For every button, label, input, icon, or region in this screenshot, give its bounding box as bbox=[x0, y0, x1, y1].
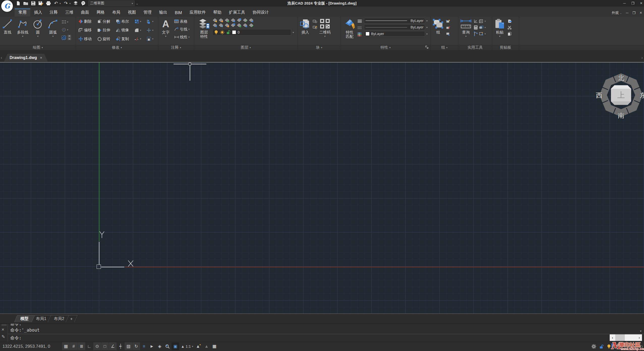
selection-effects-icon[interactable]: ► bbox=[148, 342, 156, 350]
tab-home[interactable]: 常用 bbox=[15, 9, 30, 16]
linetype-select[interactable]: ByLayer bbox=[364, 24, 425, 30]
id-point-icon[interactable] bbox=[473, 19, 478, 23]
paste-button[interactable]: 粘贴 ▾ bbox=[492, 17, 507, 39]
polyline-button[interactable]: 多段线 ▾ bbox=[15, 17, 30, 39]
layer-freeze-icon[interactable] bbox=[219, 23, 223, 27]
panel-label-draw[interactable]: 绘图▾ bbox=[0, 45, 76, 50]
tab-manage[interactable]: 管理 bbox=[140, 9, 155, 16]
tab-view[interactable]: 视图 bbox=[124, 9, 140, 16]
copy-clip-icon[interactable] bbox=[507, 32, 512, 36]
command-history[interactable]: 命令: 命令:'_about bbox=[8, 324, 644, 334]
tab-mesh[interactable]: 网格 bbox=[93, 9, 108, 16]
leader-button[interactable]: 引线▾ bbox=[173, 26, 191, 33]
auto-annotation-scale-icon[interactable]: ▲ bbox=[203, 342, 210, 350]
text-button[interactable]: A 文字 ▾ bbox=[158, 17, 173, 39]
copy-button[interactable]: 复制 bbox=[115, 35, 132, 42]
drawing-canvas[interactable]: 上 北 南 西 东 bbox=[0, 62, 644, 313]
calculator-icon[interactable] bbox=[473, 25, 478, 30]
layout-tab-model[interactable]: 模型 bbox=[14, 315, 35, 322]
object-snap-3d-icon[interactable]: ∠ bbox=[109, 342, 117, 350]
circle-button[interactable]: 圆 ▾ bbox=[30, 17, 45, 39]
insert-block-button[interactable]: 插入 bbox=[298, 17, 313, 35]
zoom-tool-icon[interactable] bbox=[164, 342, 171, 350]
tab-bim[interactable]: BIM bbox=[171, 9, 186, 16]
layer-isolate-icon[interactable] bbox=[237, 18, 242, 22]
snap-mode-icon[interactable]: ▦ bbox=[62, 342, 70, 350]
panel-label-group[interactable]: 组▾ bbox=[431, 45, 458, 50]
minimize-button[interactable]: ─ bbox=[623, 1, 626, 5]
offset-button[interactable]: 偏移 bbox=[77, 27, 95, 34]
explode-button[interactable]: 分解 bbox=[96, 18, 113, 25]
polar-tracking-icon[interactable]: ⊙ bbox=[93, 342, 101, 350]
match-point-button[interactable]: ▾ bbox=[146, 27, 156, 34]
align-button[interactable]: ▾ bbox=[146, 18, 156, 25]
layer-settings-icon[interactable] bbox=[249, 18, 254, 22]
transparency-icon[interactable]: ▨ bbox=[125, 342, 132, 350]
undo-icon[interactable]: ↶ bbox=[53, 1, 59, 6]
stretch-button[interactable]: 拉伸 bbox=[96, 27, 113, 34]
document-tab-close-icon[interactable]: × bbox=[40, 55, 42, 60]
layer-off-icon[interactable] bbox=[213, 23, 217, 27]
layer-unlock-icon[interactable] bbox=[225, 18, 230, 22]
doc-restore-button[interactable]: ❐ bbox=[632, 11, 636, 15]
lineweight-select[interactable]: ByLayer bbox=[364, 18, 425, 23]
panel-label-utilities[interactable]: 实用工具 bbox=[458, 45, 492, 50]
workspace-select[interactable]: 二维草图 ▾ bbox=[88, 1, 135, 6]
inquiry-button[interactable]: 查询 ▾ bbox=[458, 17, 473, 39]
viewport-tools-button[interactable]: ▾ bbox=[479, 25, 486, 30]
tab-output[interactable]: 输出 bbox=[155, 9, 171, 16]
viewcube[interactable]: 上 北 南 西 东 bbox=[596, 69, 644, 124]
layer-select[interactable]: 0 bbox=[212, 29, 291, 36]
tab-apps[interactable]: 应用软件 bbox=[186, 9, 209, 16]
linear-dim-button[interactable]: 线性▾ bbox=[173, 34, 191, 41]
viewport-mode-icon[interactable]: ▣ bbox=[172, 342, 179, 350]
tab-layout[interactable]: 布局 bbox=[108, 9, 124, 16]
arc-dropdown-icon[interactable]: ▾ bbox=[52, 35, 53, 38]
layer-make-current-icon[interactable] bbox=[231, 18, 236, 22]
mirror-button[interactable]: 镜像 bbox=[115, 27, 132, 34]
annotation-scale-control[interactable]: ▲ 1:1 ▾ bbox=[179, 342, 195, 350]
donut-gallery-button[interactable]: ▾ bbox=[61, 26, 73, 33]
move-button[interactable]: 移动 bbox=[77, 35, 95, 42]
isolate-objects-icon[interactable]: ◈ bbox=[156, 342, 163, 350]
restore-button[interactable]: ❐ bbox=[631, 1, 635, 5]
doc-close-button[interactable]: × bbox=[640, 11, 642, 15]
panel-label-annotate[interactable]: 注释▾ bbox=[158, 45, 194, 50]
cut-icon[interactable] bbox=[507, 25, 512, 30]
command-history-dropdown-icon[interactable]: ▾ bbox=[640, 329, 641, 333]
panel-label-properties[interactable]: 特性▾ bbox=[341, 45, 430, 50]
rotate-button[interactable]: 旋转 bbox=[96, 35, 113, 42]
edit-block-icon[interactable] bbox=[313, 25, 317, 30]
redo-icon[interactable]: ↷ bbox=[63, 1, 68, 6]
layer-thaw-icon[interactable] bbox=[219, 18, 223, 22]
tab-collaborate[interactable]: 协同设计 bbox=[249, 9, 272, 16]
command-scrollbar[interactable]: ‹ › bbox=[610, 334, 642, 341]
layer-match-icon[interactable] bbox=[237, 23, 242, 27]
layer-on-icon[interactable] bbox=[213, 18, 217, 22]
lineweight-display-icon[interactable]: ≡ bbox=[140, 342, 148, 350]
gstarcad-logo[interactable]: G bbox=[1, 0, 13, 12]
ortho-mode-icon[interactable]: ∟ bbox=[86, 342, 93, 350]
qrcode-button[interactable]: 二维码 ▾ bbox=[317, 17, 332, 39]
lineweight-icon[interactable] bbox=[357, 19, 362, 23]
doc-tab-scroll-right-icon[interactable]: › bbox=[641, 55, 643, 60]
color-select[interactable]: ByLayer bbox=[364, 31, 425, 37]
color-palette-icon[interactable] bbox=[357, 32, 362, 37]
grid-display-icon[interactable]: # bbox=[70, 342, 77, 350]
line-button[interactable]: 直线 bbox=[0, 17, 15, 35]
object-snap-icon[interactable]: □ bbox=[101, 342, 109, 350]
layer-prev-icon[interactable] bbox=[231, 23, 236, 27]
new-file-icon[interactable] bbox=[16, 1, 21, 6]
panel-label-clipboard[interactable]: 剪贴板 bbox=[492, 45, 519, 50]
settings-gear-icon[interactable] bbox=[592, 344, 596, 349]
match-properties-button[interactable]: 特性匹配 bbox=[342, 17, 357, 40]
tab-3d[interactable]: 三维 bbox=[62, 9, 77, 16]
hatch-spinner[interactable] bbox=[67, 35, 72, 40]
feedback-icon[interactable] bbox=[81, 1, 86, 6]
save-as-icon[interactable] bbox=[38, 1, 43, 6]
layer-merge-icon[interactable] bbox=[243, 18, 248, 22]
table-button[interactable]: 表格 bbox=[173, 18, 191, 25]
panel-label-modify[interactable]: 修改▾ bbox=[76, 45, 158, 50]
palette-toggle-icon[interactable]: ▦ bbox=[211, 342, 218, 350]
scroll-left-icon[interactable]: ‹ bbox=[610, 336, 615, 340]
